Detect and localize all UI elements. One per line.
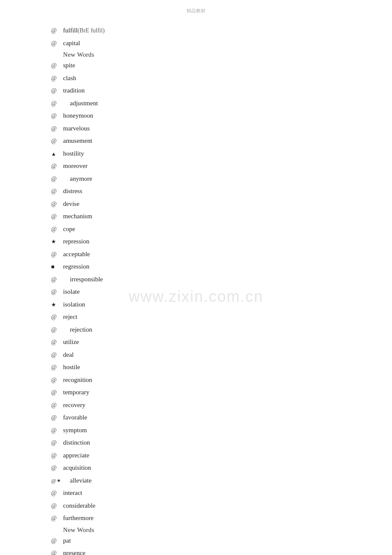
word-text: regression [63,261,89,272]
word-text: moreover [63,161,87,172]
word-text: distinction [63,437,90,448]
at-icon: @ [51,124,63,134]
word-text: acceptable [63,249,90,260]
list-item: @presence [51,547,341,555]
word-text: devise [63,199,79,210]
word-text: furthermore [63,513,94,524]
at-icon: @ [51,325,63,335]
word-text: presence [63,548,85,555]
list-item: ▲hostility [51,147,341,160]
list-item: @pat [51,535,341,547]
at-icon: @ [51,61,63,71]
list-item: @mechanism [51,210,341,223]
list-item: @recovery [51,399,341,412]
at-icon: @ [51,186,63,197]
word-text: clash [63,73,76,84]
list-item: @devise [51,198,341,211]
at-icon: @ [51,350,63,360]
word-text: acquisition [63,462,91,474]
word-text: repression [63,236,89,247]
word-text: recognition [63,375,92,386]
list-item: @amusement [51,135,341,147]
list-item: @hostile [51,361,341,374]
list-item: @distress [51,185,341,198]
at-icon: @ [51,275,63,285]
at-icon: @ [51,73,63,84]
at-icon: @ [51,400,63,410]
list-item: ★repression [51,235,341,248]
page-header: 精品教材 [0,0,392,16]
at-icon: @ [51,249,63,260]
at-icon: @ [51,86,63,96]
triangle-icon: ▲ [51,150,63,158]
at-star-icon: @★ [51,476,63,486]
word-text: fulfill [63,25,78,36]
square-icon: ■ [51,262,63,272]
at-icon: @ [51,425,63,436]
list-item: @deal [51,349,341,361]
list-item: @tradition [51,84,341,97]
word-text: appreciate [63,450,89,461]
at-icon: @ [51,111,63,121]
at-icon: @ [51,211,63,222]
at-icon: @ [51,362,63,373]
at-icon: @ [51,26,63,36]
word-text: mechanism [63,211,92,222]
content-area: @fulfill (BrE fulfil)@capitalNew Words@s… [0,16,392,555]
list-item: @moreover [51,160,341,173]
list-item: @spite [51,59,341,72]
word-text: amusement [63,136,92,147]
list-item: @appreciate [51,449,341,462]
word-text: pat [63,535,71,546]
list-item: ■regression [51,260,341,273]
word-text: tradition [63,85,85,96]
at-icon: @ [51,38,63,49]
at-icon: @ [51,536,63,546]
at-icon: @ [51,337,63,347]
word-list: @fulfill (BrE fulfil)@capitalNew Words@s… [51,24,341,555]
word-text: deal [63,350,74,361]
list-item: @considerable [51,500,341,512]
word-text: spite [63,60,75,71]
at-icon: @ [51,387,63,398]
at-icon: @ [51,312,63,322]
list-item: @favorable [51,411,341,424]
word-text: distress [63,186,82,197]
word-text: recovery [63,400,85,411]
list-item: @fulfill (BrE fulfil) [51,24,341,37]
at-icon: @ [51,287,63,297]
list-item: ★isolation [51,298,341,311]
word-note: (BrE fulfil) [78,26,104,36]
section-header: New Words [51,49,341,59]
list-item: @utilize [51,336,341,349]
word-text: cope [63,224,75,235]
at-icon: @ [51,136,63,146]
word-text: hostility [63,148,84,159]
at-icon: @ [51,463,63,473]
word-text: isolation [63,299,85,310]
list-item: @marvelous [51,122,341,135]
list-item: @reject [51,311,341,324]
word-text: utilize [63,337,79,348]
list-item: @irresponsible [51,273,341,286]
list-item: @capital [51,37,341,50]
word-text: alleviate [63,475,92,486]
word-text: anymore [63,173,92,185]
star-icon: ★ [51,300,63,309]
word-text: interact [63,488,82,499]
word-text: favorable [63,412,87,423]
list-item: @honeymoon [51,110,341,122]
star-icon: ★ [51,237,63,246]
section-header: New Words [51,525,341,535]
list-item: @acquisition [51,462,341,474]
list-item: @adjustment [51,97,341,110]
word-text: temporary [63,387,89,398]
at-icon: @ [51,98,63,109]
list-item: @temporary [51,386,341,399]
at-icon: @ [51,224,63,234]
list-item: @recognition [51,374,341,387]
list-item: @symptom [51,424,341,437]
at-icon: @ [51,488,63,498]
list-item: @anymore [51,173,341,185]
at-icon: @ [51,375,63,385]
